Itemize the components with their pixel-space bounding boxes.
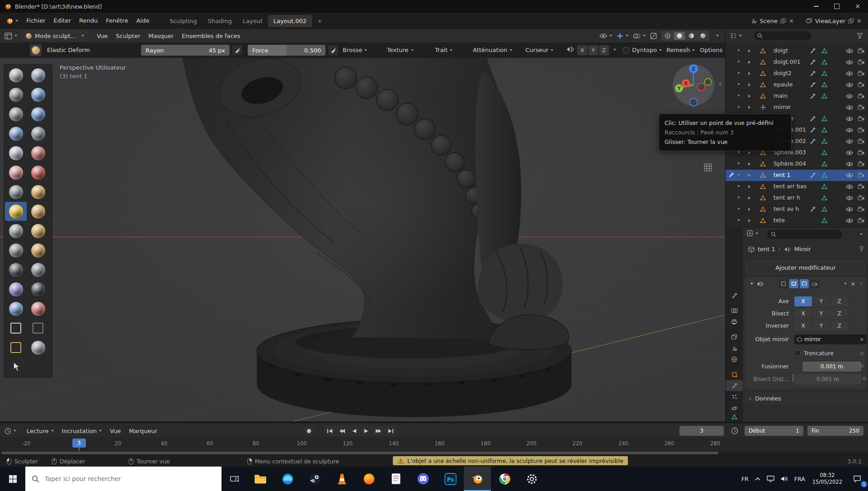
edit-mode-toggle[interactable] — [789, 279, 798, 288]
breadcrumb-modifier[interactable]: Miroir — [794, 246, 811, 253]
inverser-z-button[interactable]: Z — [830, 321, 849, 331]
symmetry-y-button[interactable]: Y — [588, 45, 598, 55]
current-frame-field[interactable]: 3 — [679, 426, 724, 436]
auto-key-record-button[interactable] — [304, 426, 314, 436]
tool-slot-28[interactable] — [5, 338, 27, 357]
expand-arrow-icon[interactable] — [747, 72, 751, 76]
shading-material-button[interactable] — [686, 32, 697, 40]
filter-icon[interactable] — [857, 33, 863, 39]
xray-toggle-button[interactable] — [650, 33, 657, 39]
tray-language[interactable]: FRA — [791, 467, 808, 491]
hide-eye-icon[interactable] — [846, 207, 853, 212]
tool-slot-0[interactable] — [5, 66, 27, 85]
outliner-row-tent-av-h[interactable]: tent av h — [726, 204, 868, 215]
properties-tab-object-data[interactable] — [726, 411, 743, 422]
timeline-editor-type-button[interactable] — [5, 428, 16, 434]
menu-ensembles-de-faces[interactable]: Ensembles de faces — [178, 33, 245, 39]
disable-render-icon[interactable] — [858, 195, 865, 200]
jump-to-end-button[interactable] — [385, 426, 397, 436]
brush-preview[interactable] — [30, 44, 42, 56]
hide-eye-icon[interactable] — [846, 60, 853, 65]
radius-slider[interactable]: Rayon 45 px — [141, 45, 230, 56]
outliner-row-tent-1[interactable]: tent 1 — [726, 170, 868, 181]
symmetry-x-button[interactable]: X — [577, 45, 587, 55]
properties-tab-object[interactable] — [726, 369, 743, 380]
axe-z-button[interactable]: Z — [830, 296, 849, 306]
expand-arrow-icon[interactable] — [747, 105, 751, 110]
new-scene-icon[interactable] — [780, 18, 786, 24]
timeline-menu-marqueur[interactable]: Marqueur — [125, 428, 161, 434]
tool-slot-20[interactable] — [5, 260, 27, 279]
taskbar-app-steam[interactable] — [301, 467, 328, 491]
disable-render-icon[interactable] — [858, 161, 865, 167]
disable-render-icon[interactable] — [858, 206, 865, 212]
expand-arrow-icon[interactable] — [747, 196, 751, 200]
taskbar-app-edge[interactable] — [274, 467, 301, 491]
tool-slot-24[interactable] — [5, 299, 27, 318]
task-view-button[interactable] — [222, 467, 247, 491]
prev-keyframe-button[interactable] — [336, 426, 348, 436]
disable-render-icon[interactable] — [858, 150, 865, 155]
bisect-x-button[interactable]: X — [794, 309, 812, 319]
scene-render[interactable] — [0, 58, 725, 421]
hide-eye-icon[interactable] — [846, 195, 853, 200]
strength-pressure-icon[interactable] — [328, 45, 338, 55]
tool-slot-16[interactable] — [5, 221, 27, 240]
expand-arrow-icon[interactable] — [747, 151, 751, 155]
menu-rendu[interactable]: Rendu — [75, 15, 102, 27]
tool-slot-19[interactable] — [27, 241, 49, 260]
outliner-search[interactable] — [754, 31, 811, 40]
timeline-menu-incrustation[interactable]: Incrustation — [58, 428, 106, 434]
animate-dot[interactable] — [863, 377, 866, 380]
region-toggle-chevron[interactable]: ‹ — [719, 80, 722, 88]
object-name[interactable]: doigt — [774, 47, 788, 54]
symmetry-options-caret[interactable] — [613, 49, 616, 51]
hide-eye-icon[interactable] — [846, 48, 853, 53]
object-name[interactable]: tent arr bas — [774, 183, 807, 190]
hide-eye-icon[interactable] — [846, 82, 853, 87]
dropdown-curseur[interactable]: Curseur — [525, 47, 553, 53]
network-icon[interactable] — [764, 467, 778, 491]
next-keyframe-button[interactable] — [373, 426, 385, 436]
properties-tab-world[interactable] — [726, 354, 743, 365]
scene-selector[interactable]: Scene ✕ — [750, 18, 794, 24]
expand-arrow-icon[interactable] — [747, 94, 751, 98]
minimize-button[interactable] — [806, 0, 826, 13]
tool-slot-6[interactable] — [5, 124, 27, 143]
options-dropdown[interactable]: Options — [700, 47, 727, 53]
play-reverse-button[interactable] — [349, 426, 360, 436]
bisect-z-button[interactable]: Z — [830, 309, 849, 319]
hide-eye-icon[interactable] — [846, 218, 853, 223]
breadcrumb-object[interactable]: tent 1 — [758, 246, 775, 253]
tool-slot-27[interactable] — [27, 319, 49, 338]
remove-modifier-icon[interactable]: ✕ — [851, 281, 856, 287]
tool-slot-26[interactable] — [5, 319, 27, 338]
menu-sculpter[interactable]: Sculpter — [112, 33, 144, 39]
taskbar-app-firefox[interactable] — [355, 467, 382, 491]
menu-vue[interactable]: Vue — [93, 33, 112, 39]
disable-render-icon[interactable] — [858, 218, 865, 223]
data-section[interactable]: › Données — [745, 392, 868, 404]
outliner-row-epaule[interactable]: epaule — [726, 79, 868, 91]
outliner-search-input[interactable] — [765, 32, 808, 39]
viewport-3d[interactable]: Perspective Utilisateur (3) tent 1 Z X Y… — [0, 58, 725, 421]
properties-tab-output[interactable] — [726, 316, 743, 327]
inverser-y-button[interactable]: Y — [812, 321, 830, 331]
expand-arrow-icon[interactable] — [747, 162, 751, 166]
properties-tab-particles[interactable] — [726, 391, 743, 402]
outliner-row-sph-re-004[interactable]: Sphère.004 — [726, 158, 868, 170]
merge-checkbox[interactable] — [793, 374, 793, 382]
use-preview-range-icon[interactable] — [731, 427, 738, 434]
object-visibility-button[interactable] — [599, 33, 612, 38]
tool-slot-15[interactable] — [27, 202, 49, 221]
tool-slot-8[interactable] — [5, 143, 27, 162]
animate-dot[interactable] — [860, 364, 863, 367]
action-center-button[interactable]: 1 — [846, 467, 868, 491]
object-name[interactable]: epaule — [774, 81, 793, 88]
timeline-ruler[interactable]: -202040608010012014016018020022024026028… — [0, 438, 868, 451]
tool-slot-21[interactable] — [27, 260, 49, 279]
taskbar-app-notepad[interactable] — [382, 467, 410, 491]
timeline-menu-lecture[interactable]: Lecture — [23, 428, 58, 434]
modifier-extras-caret[interactable] — [844, 283, 847, 285]
axe-x-button[interactable]: X — [794, 296, 812, 306]
